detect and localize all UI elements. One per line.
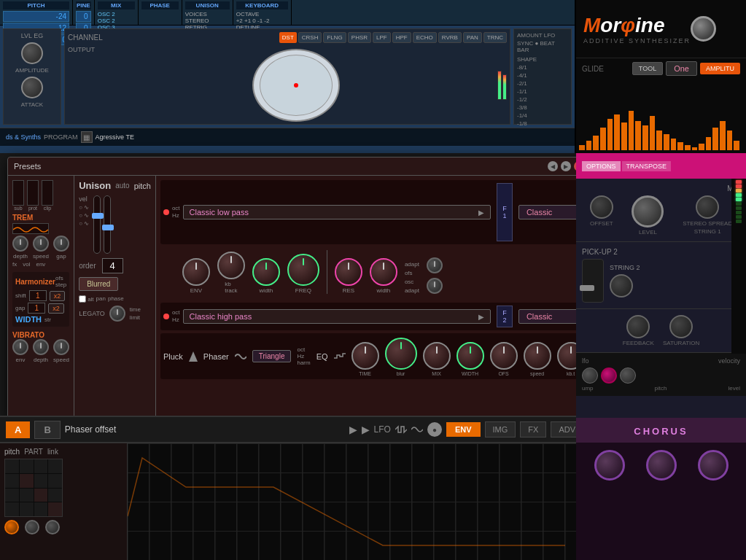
morphine-master-knob[interactable] [691, 16, 716, 42]
vib-env-knob[interactable] [12, 339, 28, 355]
vib-speed-label: speed [53, 357, 69, 363]
options-tab[interactable]: OPTIONS [582, 161, 621, 171]
stereo-spread-knob[interactable] [696, 195, 719, 219]
trem-gap-knob[interactable] [53, 236, 69, 252]
bar-item [629, 111, 634, 150]
gap-x2[interactable]: x2 [48, 303, 64, 314]
hpf-btn[interactable]: HPF [392, 32, 411, 43]
trem-depth-knob[interactable] [12, 236, 28, 252]
trem-speed-knob[interactable] [33, 236, 49, 252]
blurred-btn[interactable]: Blurred [79, 277, 118, 291]
phsr-btn[interactable]: PHSR [348, 32, 371, 43]
pitch-part-row: pitch PART link [4, 448, 123, 456]
part-knob-1[interactable] [4, 520, 19, 534]
width-knob-1[interactable] [252, 258, 280, 286]
legato-knob[interactable] [109, 306, 125, 322]
env-knob[interactable] [182, 258, 210, 286]
width-knob-eff[interactable] [456, 342, 484, 370]
flng-btn[interactable]: FLNG [323, 32, 346, 43]
dist-btn[interactable]: DST [279, 32, 297, 43]
transpose-tab[interactable]: TRANSPOSE [622, 161, 672, 171]
mix-knobs-row: OFFSET LEVEL STEREO SPREAD STRING 1 [582, 195, 740, 236]
lfo-knob-3[interactable] [620, 368, 636, 384]
osc-knob[interactable] [427, 257, 443, 273]
offset-knob[interactable] [590, 195, 613, 219]
rvrb-btn[interactable]: RVRB [438, 32, 462, 43]
morphine-logo: Morφine [583, 14, 691, 37]
alt-checkbox[interactable] [79, 295, 86, 303]
blur-knob[interactable] [385, 338, 417, 370]
amplitude-btn[interactable]: AMPLITU [700, 63, 740, 74]
arrow-btn[interactable]: ▶ [362, 424, 370, 435]
ofs-knob[interactable] [490, 342, 518, 370]
shift-value: 1 [29, 290, 47, 301]
chorus-knob-2[interactable] [646, 450, 677, 481]
part-knob-2[interactable] [25, 520, 39, 534]
lfo-knob-2[interactable] [601, 368, 617, 384]
pan-btn[interactable]: PAN [463, 32, 482, 43]
echo-btn[interactable]: ECHO [413, 32, 437, 43]
triangle-btn[interactable]: Triangle [252, 350, 292, 362]
vib-depth-knob[interactable] [33, 339, 49, 355]
fx-btn[interactable]: FX [520, 421, 546, 438]
crsh-btn[interactable]: CRSH [298, 32, 322, 43]
prev-btn[interactable]: ◀ [548, 161, 558, 171]
tool-button[interactable]: TOOL [632, 62, 663, 75]
env-knob-label: ENV [190, 287, 202, 294]
slider1[interactable] [93, 195, 101, 254]
kb-track-knob[interactable] [217, 252, 245, 279]
trnc-btn[interactable]: TRNC [483, 32, 507, 43]
adapt-knob[interactable] [427, 278, 443, 294]
string2-knob[interactable] [610, 274, 633, 298]
chorus-knob-3[interactable] [698, 450, 728, 481]
oct-hz-1: octHz [172, 205, 180, 219]
clip-slider[interactable] [42, 180, 53, 206]
chorus-knob-1[interactable] [594, 450, 625, 481]
bar-item [671, 139, 677, 150]
img-btn[interactable]: IMG [485, 421, 516, 438]
play-btn[interactable]: ▶ [349, 424, 357, 435]
led-meter [731, 179, 746, 354]
program-icon[interactable]: ▦ [81, 131, 93, 143]
slider2-container [104, 195, 111, 254]
part-knob-3[interactable] [45, 520, 60, 534]
bar-item [712, 128, 718, 151]
pickup2-slider[interactable] [582, 259, 604, 303]
vib-speed-knob[interactable] [53, 339, 69, 355]
prot-slider[interactable] [27, 180, 39, 206]
tool-section: TOOL One AMPLITU [632, 61, 740, 76]
tab-b[interactable]: B [34, 421, 60, 439]
part-bottom-knobs [4, 520, 123, 534]
tab-a[interactable]: A [6, 421, 30, 438]
speed-knob-eff[interactable] [524, 342, 551, 370]
feedback-knob[interactable] [626, 315, 650, 338]
amplitude-knob[interactable] [21, 42, 43, 64]
attack-knob[interactable] [21, 77, 43, 98]
vib-depth-group: depth [33, 339, 49, 363]
sub-slider[interactable] [12, 180, 24, 206]
lfo-knob-1[interactable] [582, 368, 598, 384]
pan-label-center: pan [96, 295, 106, 303]
next-btn[interactable]: ▶ [561, 161, 571, 171]
legato-section: LEGATO time limit [79, 306, 151, 322]
width-label: WIDTH [15, 315, 42, 324]
mix-knob[interactable] [423, 342, 451, 370]
freq-knob[interactable] [287, 254, 319, 286]
bar-item [635, 121, 641, 151]
filter1-dropdown[interactable]: Classic low pass ▶ [183, 205, 491, 219]
slider2[interactable] [104, 195, 111, 254]
pine-val: 0 [76, 11, 91, 22]
time-knob[interactable] [351, 342, 379, 370]
res-knob[interactable] [335, 258, 362, 286]
filter2-dropdown[interactable]: Classic high pass ▶ [183, 309, 491, 324]
saturation-knob[interactable] [669, 315, 693, 338]
env-btn[interactable]: ENV [446, 422, 481, 437]
top-bar: PITCH -24 -12 0 PINE 0 0 0 MIX OSC 2 OSC… [0, 0, 746, 153]
program-bar: ds & Synths PROGRAM ▦ Agressive TE [0, 128, 575, 146]
lpf-btn[interactable]: LPF [373, 32, 391, 43]
shift-x2[interactable]: x2 [50, 291, 66, 301]
width-knob-2[interactable] [370, 258, 397, 286]
vibrato-section: VIBRATO env depth speed [12, 331, 69, 363]
osc-label-f: osc [405, 279, 419, 285]
level-knob[interactable] [632, 195, 664, 228]
